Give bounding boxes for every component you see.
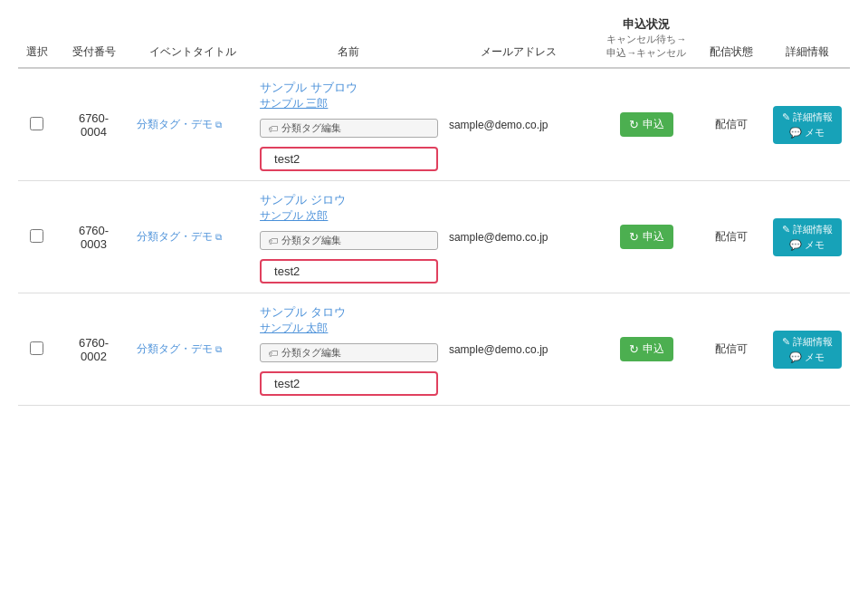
detail-button[interactable]: ✎ 詳細情報 💬 メモ — [773, 331, 842, 369]
row-detail: ✎ 詳細情報 💬 メモ — [765, 293, 850, 406]
external-link-icon: ⧉ — [215, 232, 222, 243]
col-header-name: 名前 — [254, 9, 444, 68]
apply-button[interactable]: ↻ 申込 — [620, 112, 673, 137]
row-email: sample@demo.co.jp — [444, 181, 595, 293]
row-event: 分類タグ・デモ ⧉ — [131, 293, 254, 406]
refresh-icon: ↻ — [629, 118, 639, 131]
tag-edit-button[interactable]: 🏷 分類タグ編集 — [260, 343, 438, 362]
row-detail: ✎ 詳細情報 💬 メモ — [765, 68, 850, 181]
col-header-delivery: 配信状態 — [699, 9, 765, 68]
table-header-row: 選択 受付番号 イベントタイトル 名前 メールアドレス 申込状況 キャンセル待ち… — [18, 9, 850, 68]
tag-edit-button[interactable]: 🏷 分類タグ編集 — [260, 119, 438, 138]
row-status: ↻ 申込 — [595, 181, 699, 293]
row-checkbox-cell — [18, 68, 56, 181]
row-receipt: 6760-0002 — [56, 293, 132, 406]
col-header-detail: 詳細情報 — [765, 9, 850, 68]
row-delivery: 配信可 — [699, 293, 765, 406]
row-receipt: 6760-0003 — [56, 181, 132, 293]
memo-icon: 💬 — [789, 351, 802, 363]
edit-icon: ✎ — [782, 336, 790, 348]
registrations-table: 選択 受付番号 イベントタイトル 名前 メールアドレス 申込状況 キャンセル待ち… — [18, 9, 850, 406]
event-link[interactable]: 分類タグ・デモ ⧉ — [137, 117, 249, 132]
row-detail: ✎ 詳細情報 💬 メモ — [765, 181, 850, 293]
detail-button[interactable]: ✎ 詳細情報 💬 メモ — [773, 106, 842, 144]
memo-icon: 💬 — [789, 127, 802, 139]
detail-button[interactable]: ✎ 詳細情報 💬 メモ — [773, 218, 842, 256]
external-link-icon: ⧉ — [215, 344, 222, 355]
main-table-container: 選択 受付番号 イベントタイトル 名前 メールアドレス 申込状況 キャンセル待ち… — [0, 0, 868, 415]
row-select-checkbox[interactable] — [30, 117, 43, 130]
row-email: sample@demo.co.jp — [444, 68, 595, 181]
col-header-status: 申込状況 キャンセル待ち→ 申込→キャンセル — [595, 9, 699, 68]
tag-edit-button[interactable]: 🏷 分類タグ編集 — [260, 231, 438, 250]
col-header-receipt: 受付番号 — [56, 9, 132, 68]
name-main-link[interactable]: サンプル ジロウ — [260, 192, 438, 208]
memo-icon: 💬 — [789, 239, 802, 251]
col-header-email: メールアドレス — [444, 9, 595, 68]
row-status: ↻ 申込 — [595, 293, 699, 406]
row-email: sample@demo.co.jp — [444, 293, 595, 406]
table-row: 6760-0002 分類タグ・デモ ⧉ サンプル タロウ サンプル 太郎 🏷 分… — [18, 293, 850, 406]
row-name: サンプル ジロウ サンプル 次郎 🏷 分類タグ編集 test2 — [254, 181, 444, 293]
tag-value-badge: test2 — [260, 371, 438, 396]
row-checkbox-cell — [18, 293, 56, 406]
table-row: 6760-0003 分類タグ・デモ ⧉ サンプル ジロウ サンプル 次郎 🏷 分… — [18, 181, 850, 293]
name-sub-link[interactable]: サンプル 次郎 — [260, 208, 438, 224]
row-delivery: 配信可 — [699, 68, 765, 181]
tag-icon: 🏷 — [268, 348, 278, 359]
col-header-event: イベントタイトル — [131, 9, 254, 68]
edit-icon: ✎ — [782, 111, 790, 123]
apply-button[interactable]: ↻ 申込 — [620, 337, 673, 361]
name-sub-link[interactable]: サンプル 太郎 — [260, 321, 438, 336]
row-checkbox-cell — [18, 181, 56, 293]
row-event: 分類タグ・デモ ⧉ — [131, 181, 254, 293]
refresh-icon: ↻ — [629, 342, 639, 356]
refresh-icon: ↻ — [629, 230, 639, 244]
name-main-link[interactable]: サンプル タロウ — [260, 304, 438, 321]
apply-button[interactable]: ↻ 申込 — [620, 225, 673, 249]
table-row: 6760-0004 分類タグ・デモ ⧉ サンプル サブロウ サンプル 三郎 🏷 … — [18, 68, 850, 181]
external-link-icon: ⧉ — [215, 120, 222, 130]
row-receipt: 6760-0004 — [56, 68, 132, 181]
name-main-link[interactable]: サンプル サブロウ — [260, 80, 438, 96]
tag-value-badge: test2 — [260, 259, 438, 283]
row-name: サンプル サブロウ サンプル 三郎 🏷 分類タグ編集 test2 — [254, 68, 444, 181]
row-event: 分類タグ・デモ ⧉ — [131, 68, 254, 181]
edit-icon: ✎ — [782, 224, 790, 235]
tag-icon: 🏷 — [268, 235, 278, 246]
event-link[interactable]: 分類タグ・デモ ⧉ — [137, 341, 249, 357]
row-status: ↻ 申込 — [595, 68, 699, 181]
row-delivery: 配信可 — [699, 181, 765, 293]
event-link[interactable]: 分類タグ・デモ ⧉ — [137, 229, 249, 245]
tag-icon: 🏷 — [268, 123, 278, 134]
name-sub-link[interactable]: サンプル 三郎 — [260, 96, 438, 111]
row-select-checkbox[interactable] — [30, 229, 43, 243]
row-select-checkbox[interactable] — [30, 341, 43, 355]
row-name: サンプル タロウ サンプル 太郎 🏷 分類タグ編集 test2 — [254, 293, 444, 406]
col-header-select: 選択 — [18, 9, 56, 68]
tag-value-badge: test2 — [260, 147, 438, 171]
